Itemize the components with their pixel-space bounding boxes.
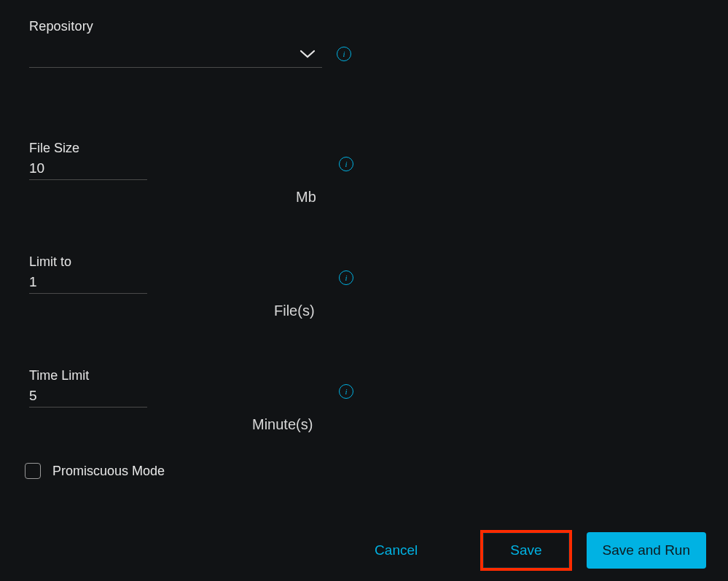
time-limit-info-icon[interactable]: i: [339, 384, 353, 399]
limit-to-field: Limit to i File(s): [29, 254, 703, 320]
repository-select[interactable]: [29, 40, 322, 68]
time-limit-input[interactable]: [29, 386, 147, 408]
limit-to-info-icon[interactable]: i: [339, 270, 353, 285]
file-size-input[interactable]: [29, 159, 147, 180]
limit-to-unit: File(s): [274, 303, 315, 319]
chevron-down-icon: [299, 49, 316, 59]
limit-to-input[interactable]: [29, 273, 147, 294]
repository-info-icon[interactable]: i: [337, 47, 351, 61]
promiscuous-mode-row: Promiscuous Mode: [25, 463, 703, 479]
promiscuous-mode-checkbox[interactable]: [25, 463, 41, 479]
limit-to-label: Limit to: [29, 254, 703, 270]
file-size-info-icon[interactable]: i: [339, 157, 353, 171]
time-limit-label: Time Limit: [29, 368, 703, 383]
file-size-label: File Size: [29, 141, 703, 156]
promiscuous-mode-label: Promiscuous Mode: [52, 464, 165, 479]
cancel-button[interactable]: Cancel: [366, 535, 426, 566]
save-button-highlight: Save: [480, 530, 571, 571]
time-limit-unit: Minute(s): [252, 416, 313, 433]
repository-label: Repository: [29, 19, 703, 34]
save-button[interactable]: Save: [483, 533, 568, 568]
file-size-field: File Size i Mb: [29, 141, 703, 206]
file-size-unit: Mb: [296, 189, 316, 206]
dialog-footer: Cancel Save Save and Run: [366, 530, 706, 571]
save-and-run-button[interactable]: Save and Run: [587, 532, 706, 569]
repository-field: Repository i: [29, 19, 703, 68]
time-limit-field: Time Limit i Minute(s): [29, 368, 703, 434]
